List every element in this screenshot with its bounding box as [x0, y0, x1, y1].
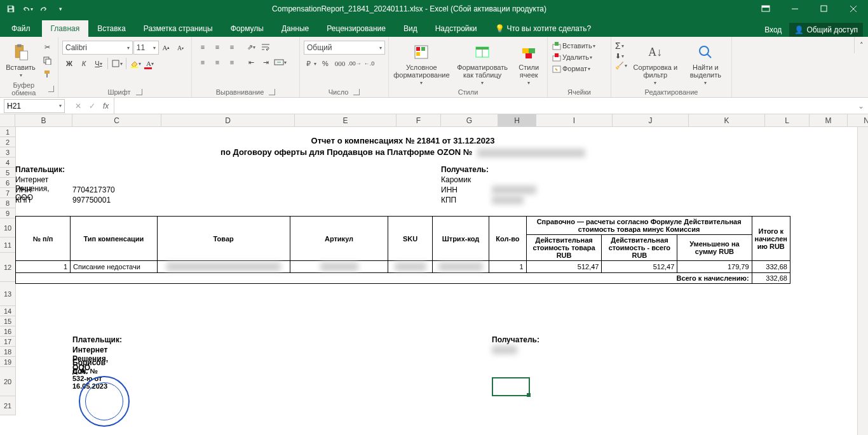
underline-button[interactable]: Ч▾ — [92, 57, 105, 70]
enter-formula-icon[interactable]: ✓ — [89, 102, 95, 110]
tell-me[interactable]: 💡Что вы хотите сделать? — [486, 20, 600, 37]
align-top-icon[interactable]: ≡ — [196, 41, 210, 53]
accounting-format-icon[interactable]: ₽▾ — [304, 57, 318, 70]
close-icon[interactable] — [839, 0, 868, 18]
column-header[interactable]: M — [810, 114, 848, 126]
column-header[interactable]: C — [72, 114, 161, 126]
fill-color-icon[interactable]: ▾ — [128, 57, 142, 70]
border-icon[interactable]: ▾ — [110, 57, 124, 70]
increase-indent-icon[interactable]: ⇥ — [259, 56, 273, 69]
fx-icon[interactable]: fx — [103, 102, 109, 110]
row-header[interactable]: 11 — [0, 238, 15, 253]
tab-data[interactable]: Данные — [273, 20, 318, 37]
row-header[interactable]: 12 — [0, 253, 15, 282]
increase-decimal-icon[interactable]: .00→ — [348, 57, 362, 70]
row-header[interactable]: 5 — [0, 168, 15, 178]
clear-button[interactable]: 🧹▾ — [615, 62, 627, 70]
maximize-icon[interactable] — [810, 0, 839, 18]
format-cells-button[interactable]: Формат▾ — [552, 64, 595, 74]
font-name-combo[interactable]: Calibri▾ — [62, 41, 133, 55]
align-right-icon[interactable]: ≡ — [225, 56, 239, 69]
name-box[interactable]: H21▾ — [4, 99, 65, 113]
login-link[interactable]: Вход — [764, 25, 782, 34]
align-bottom-icon[interactable]: ≡ — [225, 41, 239, 53]
fill-button[interactable]: ⬇▾ — [615, 52, 627, 60]
row-header[interactable]: 2 — [0, 137, 15, 147]
minimize-icon[interactable] — [780, 0, 810, 18]
paste-button[interactable]: Вставить▾ — [4, 41, 37, 79]
tab-home[interactable]: Главная — [42, 20, 89, 37]
insert-cells-button[interactable]: Вставить▾ — [552, 41, 595, 51]
format-painter-icon[interactable] — [40, 67, 54, 80]
row-header[interactable]: 18 — [0, 347, 15, 357]
bold-button[interactable]: Ж — [62, 57, 76, 70]
row-header[interactable]: 16 — [0, 326, 15, 337]
column-header[interactable]: I — [536, 114, 613, 126]
save-icon[interactable] — [4, 2, 18, 16]
tab-file[interactable]: Файл — [0, 20, 42, 37]
wrap-text-icon[interactable] — [259, 41, 273, 53]
row-header[interactable]: 7 — [0, 188, 15, 198]
redo-icon[interactable] — [37, 2, 51, 16]
number-format-combo[interactable]: Общий▾ — [304, 41, 385, 55]
column-header[interactable]: B — [15, 114, 72, 126]
qat-customize-icon[interactable]: ▾ — [53, 2, 67, 16]
dialog-launcher-icon[interactable] — [353, 89, 360, 95]
column-header[interactable]: J — [613, 114, 689, 126]
row-header[interactable]: 9 — [0, 208, 15, 218]
decrease-font-icon[interactable]: A▾ — [173, 41, 187, 54]
copy-icon[interactable] — [40, 54, 54, 67]
align-center-icon[interactable]: ≡ — [210, 56, 224, 69]
merge-icon[interactable]: ▾ — [273, 56, 287, 69]
formula-input[interactable] — [114, 98, 854, 114]
row-header[interactable]: 8 — [0, 198, 15, 208]
cell-styles-button[interactable]: Стили ячеек▾ — [514, 41, 543, 87]
column-header[interactable]: E — [295, 114, 397, 126]
ribbon-display-icon[interactable] — [751, 0, 780, 18]
delete-cells-button[interactable]: Удалить▾ — [552, 52, 595, 62]
vertical-scrollbar[interactable] — [857, 127, 868, 435]
cancel-formula-icon[interactable]: ✕ — [75, 102, 81, 110]
row-header[interactable]: 6 — [0, 178, 15, 188]
font-color-icon[interactable]: A▾ — [143, 57, 157, 70]
column-header[interactable]: F — [397, 114, 441, 126]
column-header[interactable]: D — [161, 114, 295, 126]
dialog-launcher-icon[interactable] — [48, 86, 54, 92]
tab-layout[interactable]: Разметка страницы — [135, 20, 222, 37]
conditional-formatting-button[interactable]: Условное форматирование▾ — [393, 41, 451, 87]
row-header[interactable]: 21 — [0, 396, 15, 415]
row-header[interactable]: 14 — [0, 306, 15, 316]
autosum-button[interactable]: Σ▾ — [615, 41, 627, 51]
column-header[interactable]: H — [498, 114, 536, 126]
find-select-button[interactable]: Найти и выделить▾ — [684, 41, 728, 87]
column-header[interactable]: L — [765, 114, 810, 126]
tab-insert[interactable]: Вставка — [88, 20, 135, 37]
column-header[interactable]: N — [848, 114, 868, 126]
italic-button[interactable]: К — [77, 57, 91, 70]
cut-icon[interactable]: ✂ — [40, 41, 54, 53]
increase-font-icon[interactable]: A▴ — [159, 41, 173, 54]
row-header[interactable]: 20 — [0, 367, 15, 396]
row-header[interactable]: 13 — [0, 282, 15, 306]
row-header[interactable]: 3 — [0, 147, 15, 157]
tab-review[interactable]: Рецензирование — [318, 20, 395, 37]
row-header[interactable]: 1 — [0, 127, 15, 137]
decrease-decimal-icon[interactable]: ←.0 — [362, 57, 376, 70]
row-header[interactable]: 19 — [0, 357, 15, 367]
row-header[interactable]: 15 — [0, 316, 15, 326]
row-header[interactable]: 4 — [0, 157, 15, 168]
column-header[interactable]: K — [689, 114, 765, 126]
align-left-icon[interactable]: ≡ — [196, 56, 210, 69]
column-header[interactable]: G — [441, 114, 498, 126]
undo-icon[interactable]: ▾ — [20, 2, 34, 16]
row-header[interactable]: 17 — [0, 337, 15, 347]
dialog-launcher-icon[interactable] — [136, 89, 142, 95]
comma-icon[interactable]: 000 — [333, 57, 347, 70]
collapse-ribbon-icon[interactable]: ˄ — [854, 37, 868, 53]
share-button[interactable]: 👤Общий доступ — [789, 23, 863, 37]
percent-icon[interactable]: % — [318, 57, 332, 70]
format-as-table-button[interactable]: Форматировать как таблицу▾ — [453, 41, 512, 87]
sort-filter-button[interactable]: A↓Сортировка и фильтр▾ — [630, 41, 681, 87]
align-middle-icon[interactable]: ≡ — [210, 41, 224, 53]
tab-formulas[interactable]: Формулы — [222, 20, 273, 37]
